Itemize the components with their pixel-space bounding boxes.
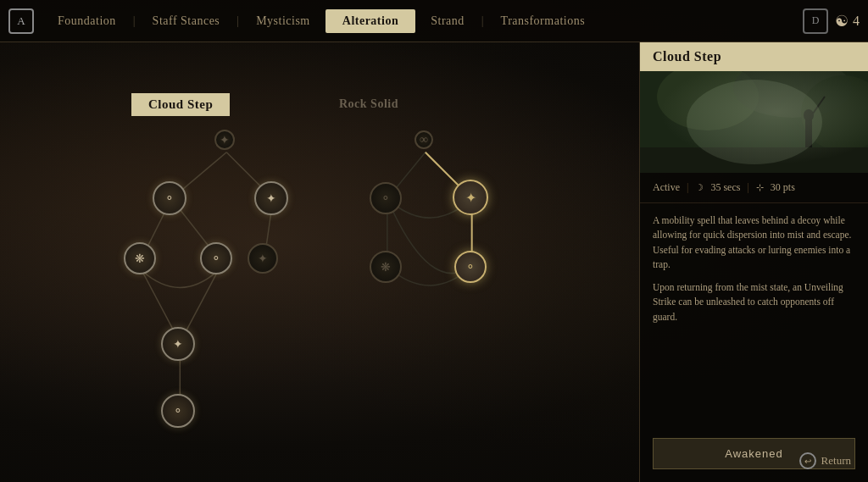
node-cloud-step-top-icon[interactable]: ✦	[214, 130, 235, 150]
node-cloud-7[interactable]: ⚬	[161, 394, 195, 428]
node-icon: ⚬	[173, 404, 183, 418]
node-cloud-2[interactable]: ✦	[254, 181, 288, 215]
node-icon: ⚬	[381, 191, 391, 206]
tab-foundation[interactable]: Foundation	[42, 9, 131, 33]
panel-scene-svg	[640, 71, 868, 173]
tab-strand[interactable]: Strand	[415, 9, 480, 33]
node-icon: ✦	[266, 191, 276, 206]
tab-alteration[interactable]: Alteration	[326, 9, 415, 33]
node-icon: ✦	[465, 190, 476, 206]
node-cloud-5[interactable]: ✦	[248, 243, 278, 274]
node-cloud-6[interactable]: ✦	[161, 327, 195, 361]
nav-tab-list: Foundation | Staff Stances | Mysticism A…	[42, 9, 803, 33]
panel-desc-1: A mobility spell that leaves behind a de…	[653, 213, 855, 272]
panel-stats-bar: Active | ☽ 35 secs | ⊹ 30 pts	[640, 173, 868, 203]
status-label: Active	[653, 181, 680, 194]
node-rock-1[interactable]: ⚬	[370, 182, 402, 214]
node-cloud-4[interactable]: ⚬	[200, 242, 232, 274]
node-icon: ⚬	[164, 191, 175, 206]
cost-value: 30 pts	[771, 181, 795, 194]
node-rock-3[interactable]: ❋	[370, 251, 402, 283]
svg-point-20	[804, 109, 814, 121]
skill-points-display: ☯ 4	[835, 12, 860, 30]
node-icon: ❋	[381, 260, 391, 274]
node-icon: ✦	[220, 133, 230, 147]
node-cloud-1[interactable]: ⚬	[153, 181, 186, 215]
nav-left-button[interactable]: A	[8, 8, 34, 34]
node-rock-top-icon[interactable]: ∞	[415, 130, 433, 149]
tab-transformations[interactable]: Transformations	[486, 9, 601, 33]
nav-sep-2: |	[236, 14, 239, 28]
points-icon: ☯	[835, 12, 849, 30]
panel-title: Cloud Step	[640, 42, 868, 71]
time-value: 35 secs	[710, 181, 740, 194]
svg-point-16	[733, 71, 852, 118]
node-icon: ✦	[258, 252, 268, 266]
panel-desc-2: Upon returning from the mist state, an U…	[653, 280, 855, 324]
right-detail-panel: Cloud Step	[639, 42, 868, 482]
cost-icon: ⊹	[756, 182, 764, 193]
nav-sep-1: |	[133, 14, 136, 28]
return-icon: ↩	[799, 452, 816, 469]
node-cloud-3[interactable]: ❋	[124, 242, 156, 274]
node-rock-4-highlighted[interactable]: ⚬	[454, 251, 487, 283]
node-rock-2-highlighted[interactable]: ✦	[453, 180, 488, 215]
skill-tree-connections	[0, 42, 639, 482]
nav-sep-3: |	[481, 14, 484, 28]
tab-mysticism[interactable]: Mysticism	[241, 9, 326, 33]
svg-point-17	[801, 75, 868, 152]
node-icon: ⚬	[211, 252, 221, 266]
skill-tree-area: Cloud Step Rock Solid	[0, 42, 639, 482]
return-button[interactable]: ↩ Return	[799, 452, 851, 469]
node-icon: ⚬	[465, 260, 476, 274]
tab-staff-stances[interactable]: Staff Stances	[137, 9, 236, 33]
svg-point-15	[657, 71, 759, 130]
return-label: Return	[821, 454, 851, 468]
svg-point-22	[687, 80, 822, 164]
svg-rect-19	[805, 118, 812, 147]
panel-description: A mobility spell that leaves behind a de…	[640, 203, 868, 429]
node-icon: ❋	[135, 252, 145, 266]
svg-rect-18	[640, 147, 868, 173]
node-icon: ✦	[173, 337, 183, 352]
svg-rect-14	[640, 71, 868, 173]
navigation-bar: A Foundation | Staff Stances | Mysticism…	[0, 0, 868, 42]
time-icon: ☽	[695, 182, 704, 193]
main-content: Cloud Step Rock Solid	[0, 42, 868, 482]
svg-line-21	[813, 97, 825, 114]
nav-right-area: D ☯ 4	[803, 8, 860, 34]
node-icon: ∞	[420, 133, 428, 147]
panel-image	[640, 71, 868, 173]
nav-right-button[interactable]: D	[803, 8, 828, 34]
